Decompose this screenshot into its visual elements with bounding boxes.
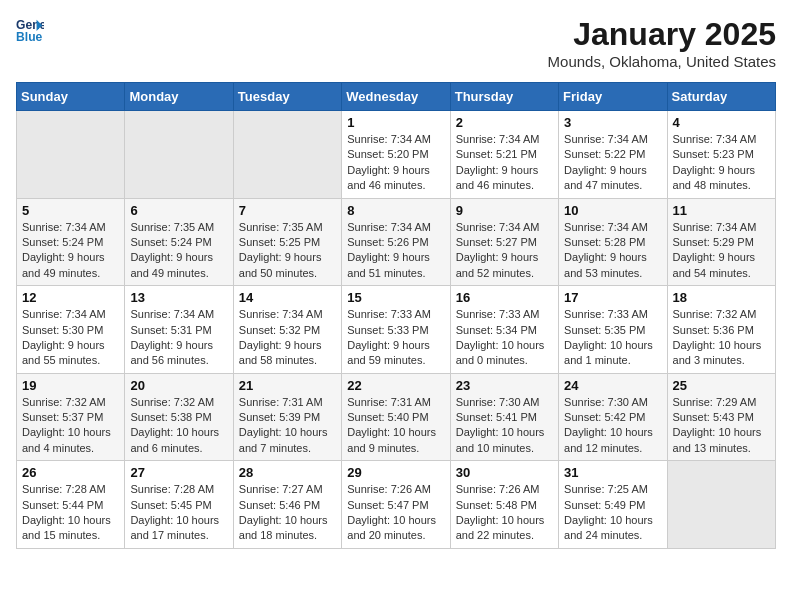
day-info: Sunrise: 7:33 AM Sunset: 5:33 PM Dayligh… — [347, 307, 444, 369]
day-info: Sunrise: 7:26 AM Sunset: 5:47 PM Dayligh… — [347, 482, 444, 544]
calendar-cell — [233, 111, 341, 199]
month-title: January 2025 — [548, 16, 776, 53]
calendar-cell: 15Sunrise: 7:33 AM Sunset: 5:33 PM Dayli… — [342, 286, 450, 374]
calendar-cell: 28Sunrise: 7:27 AM Sunset: 5:46 PM Dayli… — [233, 461, 341, 549]
calendar-cell — [17, 111, 125, 199]
day-number: 16 — [456, 290, 553, 305]
day-number: 3 — [564, 115, 661, 130]
day-info: Sunrise: 7:34 AM Sunset: 5:22 PM Dayligh… — [564, 132, 661, 194]
day-info: Sunrise: 7:26 AM Sunset: 5:48 PM Dayligh… — [456, 482, 553, 544]
calendar-cell: 18Sunrise: 7:32 AM Sunset: 5:36 PM Dayli… — [667, 286, 775, 374]
day-info: Sunrise: 7:34 AM Sunset: 5:30 PM Dayligh… — [22, 307, 119, 369]
day-number: 13 — [130, 290, 227, 305]
day-number: 17 — [564, 290, 661, 305]
calendar-cell — [667, 461, 775, 549]
day-info: Sunrise: 7:35 AM Sunset: 5:24 PM Dayligh… — [130, 220, 227, 282]
calendar-cell: 14Sunrise: 7:34 AM Sunset: 5:32 PM Dayli… — [233, 286, 341, 374]
day-number: 31 — [564, 465, 661, 480]
day-info: Sunrise: 7:34 AM Sunset: 5:28 PM Dayligh… — [564, 220, 661, 282]
weekday-header-monday: Monday — [125, 83, 233, 111]
day-info: Sunrise: 7:32 AM Sunset: 5:36 PM Dayligh… — [673, 307, 770, 369]
day-number: 27 — [130, 465, 227, 480]
calendar-cell: 16Sunrise: 7:33 AM Sunset: 5:34 PM Dayli… — [450, 286, 558, 374]
day-info: Sunrise: 7:32 AM Sunset: 5:38 PM Dayligh… — [130, 395, 227, 457]
weekday-header-saturday: Saturday — [667, 83, 775, 111]
day-info: Sunrise: 7:34 AM Sunset: 5:32 PM Dayligh… — [239, 307, 336, 369]
day-info: Sunrise: 7:34 AM Sunset: 5:27 PM Dayligh… — [456, 220, 553, 282]
calendar-cell: 6Sunrise: 7:35 AM Sunset: 5:24 PM Daylig… — [125, 198, 233, 286]
title-block: January 2025 Mounds, Oklahoma, United St… — [548, 16, 776, 70]
day-info: Sunrise: 7:34 AM Sunset: 5:29 PM Dayligh… — [673, 220, 770, 282]
day-info: Sunrise: 7:34 AM Sunset: 5:21 PM Dayligh… — [456, 132, 553, 194]
day-number: 10 — [564, 203, 661, 218]
calendar-week-row: 1Sunrise: 7:34 AM Sunset: 5:20 PM Daylig… — [17, 111, 776, 199]
calendar-table: SundayMondayTuesdayWednesdayThursdayFrid… — [16, 82, 776, 549]
calendar-cell: 7Sunrise: 7:35 AM Sunset: 5:25 PM Daylig… — [233, 198, 341, 286]
day-number: 28 — [239, 465, 336, 480]
calendar-cell: 9Sunrise: 7:34 AM Sunset: 5:27 PM Daylig… — [450, 198, 558, 286]
calendar-cell: 24Sunrise: 7:30 AM Sunset: 5:42 PM Dayli… — [559, 373, 667, 461]
logo: General Blue — [16, 16, 44, 44]
day-number: 7 — [239, 203, 336, 218]
calendar-cell: 5Sunrise: 7:34 AM Sunset: 5:24 PM Daylig… — [17, 198, 125, 286]
day-number: 15 — [347, 290, 444, 305]
day-info: Sunrise: 7:28 AM Sunset: 5:45 PM Dayligh… — [130, 482, 227, 544]
weekday-header-thursday: Thursday — [450, 83, 558, 111]
calendar-cell: 31Sunrise: 7:25 AM Sunset: 5:49 PM Dayli… — [559, 461, 667, 549]
day-info: Sunrise: 7:34 AM Sunset: 5:23 PM Dayligh… — [673, 132, 770, 194]
calendar-cell: 30Sunrise: 7:26 AM Sunset: 5:48 PM Dayli… — [450, 461, 558, 549]
calendar-cell: 27Sunrise: 7:28 AM Sunset: 5:45 PM Dayli… — [125, 461, 233, 549]
day-info: Sunrise: 7:34 AM Sunset: 5:31 PM Dayligh… — [130, 307, 227, 369]
day-info: Sunrise: 7:34 AM Sunset: 5:20 PM Dayligh… — [347, 132, 444, 194]
day-number: 21 — [239, 378, 336, 393]
calendar-cell: 22Sunrise: 7:31 AM Sunset: 5:40 PM Dayli… — [342, 373, 450, 461]
day-info: Sunrise: 7:29 AM Sunset: 5:43 PM Dayligh… — [673, 395, 770, 457]
day-number: 6 — [130, 203, 227, 218]
day-number: 24 — [564, 378, 661, 393]
calendar-week-row: 5Sunrise: 7:34 AM Sunset: 5:24 PM Daylig… — [17, 198, 776, 286]
calendar-cell: 19Sunrise: 7:32 AM Sunset: 5:37 PM Dayli… — [17, 373, 125, 461]
calendar-cell: 25Sunrise: 7:29 AM Sunset: 5:43 PM Dayli… — [667, 373, 775, 461]
day-info: Sunrise: 7:27 AM Sunset: 5:46 PM Dayligh… — [239, 482, 336, 544]
weekday-header-row: SundayMondayTuesdayWednesdayThursdayFrid… — [17, 83, 776, 111]
calendar-cell: 11Sunrise: 7:34 AM Sunset: 5:29 PM Dayli… — [667, 198, 775, 286]
calendar-week-row: 26Sunrise: 7:28 AM Sunset: 5:44 PM Dayli… — [17, 461, 776, 549]
calendar-cell: 13Sunrise: 7:34 AM Sunset: 5:31 PM Dayli… — [125, 286, 233, 374]
calendar-cell — [125, 111, 233, 199]
calendar-cell: 2Sunrise: 7:34 AM Sunset: 5:21 PM Daylig… — [450, 111, 558, 199]
location: Mounds, Oklahoma, United States — [548, 53, 776, 70]
day-number: 12 — [22, 290, 119, 305]
calendar-cell: 21Sunrise: 7:31 AM Sunset: 5:39 PM Dayli… — [233, 373, 341, 461]
calendar-cell: 23Sunrise: 7:30 AM Sunset: 5:41 PM Dayli… — [450, 373, 558, 461]
day-info: Sunrise: 7:30 AM Sunset: 5:41 PM Dayligh… — [456, 395, 553, 457]
page-header: General Blue January 2025 Mounds, Oklaho… — [16, 16, 776, 70]
day-number: 14 — [239, 290, 336, 305]
calendar-cell: 10Sunrise: 7:34 AM Sunset: 5:28 PM Dayli… — [559, 198, 667, 286]
day-number: 20 — [130, 378, 227, 393]
calendar-cell: 1Sunrise: 7:34 AM Sunset: 5:20 PM Daylig… — [342, 111, 450, 199]
svg-text:Blue: Blue — [16, 30, 43, 44]
calendar-cell: 4Sunrise: 7:34 AM Sunset: 5:23 PM Daylig… — [667, 111, 775, 199]
calendar-cell: 3Sunrise: 7:34 AM Sunset: 5:22 PM Daylig… — [559, 111, 667, 199]
day-number: 22 — [347, 378, 444, 393]
day-number: 19 — [22, 378, 119, 393]
day-info: Sunrise: 7:33 AM Sunset: 5:35 PM Dayligh… — [564, 307, 661, 369]
day-number: 1 — [347, 115, 444, 130]
day-number: 25 — [673, 378, 770, 393]
day-info: Sunrise: 7:35 AM Sunset: 5:25 PM Dayligh… — [239, 220, 336, 282]
day-number: 4 — [673, 115, 770, 130]
calendar-cell: 12Sunrise: 7:34 AM Sunset: 5:30 PM Dayli… — [17, 286, 125, 374]
logo-icon: General Blue — [16, 16, 44, 44]
day-number: 18 — [673, 290, 770, 305]
calendar-cell: 26Sunrise: 7:28 AM Sunset: 5:44 PM Dayli… — [17, 461, 125, 549]
day-info: Sunrise: 7:31 AM Sunset: 5:40 PM Dayligh… — [347, 395, 444, 457]
day-info: Sunrise: 7:31 AM Sunset: 5:39 PM Dayligh… — [239, 395, 336, 457]
day-number: 11 — [673, 203, 770, 218]
day-number: 2 — [456, 115, 553, 130]
weekday-header-friday: Friday — [559, 83, 667, 111]
day-info: Sunrise: 7:34 AM Sunset: 5:24 PM Dayligh… — [22, 220, 119, 282]
calendar-week-row: 12Sunrise: 7:34 AM Sunset: 5:30 PM Dayli… — [17, 286, 776, 374]
day-info: Sunrise: 7:25 AM Sunset: 5:49 PM Dayligh… — [564, 482, 661, 544]
day-number: 29 — [347, 465, 444, 480]
day-info: Sunrise: 7:28 AM Sunset: 5:44 PM Dayligh… — [22, 482, 119, 544]
